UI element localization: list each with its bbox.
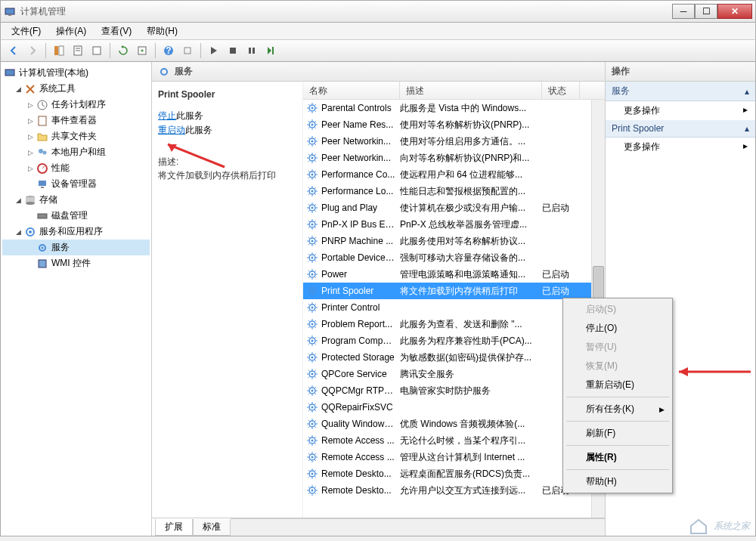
tree-system-tools[interactable]: ◢ 系统工具 — [2, 81, 150, 97]
service-row[interactable]: Protected Storage为敏感数据(如密码)提供保护存... — [303, 349, 605, 366]
computer-icon — [4, 67, 16, 79]
service-row[interactable]: Performance Lo...性能日志和警报根据预配置的... — [303, 183, 605, 199]
action-more-2[interactable]: 更多操作▸ — [606, 138, 755, 156]
help-button[interactable]: ? — [160, 42, 177, 59]
list-body[interactable]: Parental Controls此服务是 Vista 中的 Windows..… — [303, 100, 605, 518]
svg-point-43 — [311, 174, 314, 176]
properties-button[interactable] — [70, 42, 86, 59]
svg-point-33 — [161, 69, 167, 75]
service-desc: 此服务为查看、发送和删除 "... — [400, 318, 542, 331]
service-row[interactable]: Remote Access ...管理从这台计算机到 Internet ... — [303, 449, 605, 465]
tree-task-scheduler[interactable]: ▷任务计划程序 — [2, 97, 150, 113]
tree-event-viewer[interactable]: ▷事件查看器 — [2, 113, 150, 128]
restart-button[interactable] — [262, 42, 279, 59]
ctx-restart[interactable]: 重新启动(E) — [565, 376, 671, 394]
service-row[interactable]: QQRepairFixSVC — [303, 399, 605, 416]
tree-shared-folders[interactable]: ▷共享文件夹 — [2, 128, 150, 144]
service-row[interactable]: QQPCMgr RTP S...电脑管家实时防护服务 — [303, 382, 605, 399]
svg-rect-7 — [93, 47, 101, 54]
tab-extended[interactable]: 扩展 — [155, 519, 193, 536]
gear-icon — [306, 484, 318, 496]
actions-header: 操作 — [606, 62, 755, 82]
col-name[interactable]: 名称 — [303, 82, 400, 99]
collapse-icon[interactable]: ◢ — [14, 85, 23, 93]
restart-service-link[interactable]: 重启动 — [158, 125, 185, 135]
service-row[interactable]: Peer Networkin...向对等名称解析协议(PNRP)和... — [303, 150, 605, 166]
app-icon — [4, 5, 16, 17]
service-row[interactable]: Printer Control — [303, 299, 605, 316]
service-row[interactable]: Peer Networkin...使用对等分组启用多方通信。... — [303, 133, 605, 150]
watermark: 系统之家 — [688, 515, 750, 536]
expand-icon[interactable]: ▷ — [26, 132, 35, 141]
ctx-help[interactable]: 帮助(H) — [565, 472, 671, 491]
service-row[interactable]: Problem Report...此服务为查看、发送和删除 "... — [303, 316, 605, 332]
refresh-button[interactable] — [115, 42, 132, 59]
collapse-icon[interactable]: ◢ — [14, 196, 23, 204]
tree-performance[interactable]: ▷性能 — [2, 160, 150, 176]
service-row[interactable]: Program Compa...此服务为程序兼容性助手(PCA)... — [303, 332, 605, 349]
svg-rect-13 — [249, 48, 251, 54]
tree-services-apps[interactable]: ◢服务和应用程序 — [2, 224, 150, 240]
ctx-all-tasks[interactable]: 所有任务(K)▶ — [565, 400, 671, 419]
tree-local-users[interactable]: ▷本地用户和组 — [2, 144, 150, 160]
tree-disk-mgmt[interactable]: 磁盘管理 — [2, 208, 150, 224]
action-more-1[interactable]: 更多操作▸ — [606, 101, 755, 120]
service-row[interactable]: Remote Deskto...允许用户以交互方式连接到远...已启动 — [303, 482, 605, 499]
action-section-services[interactable]: 服务▴ — [606, 82, 755, 101]
service-row[interactable]: Plug and Play使计算机在极少或没有用户输...已启动 — [303, 199, 605, 216]
menu-help[interactable]: 帮助(H) — [139, 23, 185, 39]
menu-action[interactable]: 操作(A) — [48, 23, 94, 39]
close-button[interactable]: ✕ — [717, 4, 752, 19]
tree-root[interactable]: 计算机管理(本地) — [2, 65, 150, 81]
service-row[interactable]: Parental Controls此服务是 Vista 中的 Windows..… — [303, 100, 605, 116]
export-list-button[interactable] — [134, 42, 150, 59]
svg-rect-18 — [39, 116, 46, 125]
service-name: Protected Storage — [321, 352, 400, 363]
play-button[interactable] — [206, 42, 222, 59]
forward-button[interactable] — [24, 42, 41, 59]
maximize-button[interactable]: ☐ — [695, 4, 717, 19]
menu-file[interactable]: 文件(F) — [4, 23, 48, 39]
export-button[interactable] — [88, 42, 105, 59]
menu-view[interactable]: 查看(V) — [94, 23, 139, 39]
service-row[interactable]: PnP-X IP Bus En...PnP-X 总线枚举器服务管理虚... — [303, 216, 605, 233]
tree-storage[interactable]: ◢存储 — [2, 192, 150, 208]
show-hide-tree-button[interactable] — [51, 42, 67, 59]
service-row[interactable]: QPCore Service腾讯安全服务 — [303, 366, 605, 382]
service-row[interactable]: Quality Windows...优质 Windows 音频视频体验(... — [303, 416, 605, 432]
service-name: Performance Lo... — [321, 186, 400, 196]
unknown-button[interactable] — [179, 42, 196, 59]
svg-point-31 — [42, 246, 44, 249]
tree-services[interactable]: 服务 — [2, 240, 150, 255]
svg-text:?: ? — [166, 45, 171, 56]
back-button[interactable] — [5, 42, 22, 59]
tab-standard[interactable]: 标准 — [193, 519, 231, 536]
service-row[interactable]: Portable Device ...强制可移动大容量存储设备的... — [303, 249, 605, 266]
clock-icon — [36, 99, 48, 111]
action-section-printspooler[interactable]: Print Spooler▴ — [606, 120, 755, 138]
pause-button[interactable] — [243, 42, 260, 59]
ctx-refresh[interactable]: 刷新(F) — [565, 424, 671, 443]
expand-icon[interactable]: ▷ — [26, 148, 35, 156]
service-row[interactable]: PNRP Machine ...此服务使用对等名称解析协议... — [303, 233, 605, 249]
tree-wmi[interactable]: WMI 控件 — [2, 255, 150, 271]
ctx-stop[interactable]: 停止(O) — [565, 319, 671, 338]
tree-device-manager[interactable]: 设备管理器 — [2, 176, 150, 192]
service-row[interactable]: Print Spooler将文件加载到内存供稍后打印已启动 — [303, 283, 605, 299]
service-row[interactable]: Peer Name Res...使用对等名称解析协议(PNRP)... — [303, 116, 605, 133]
stop-service-link[interactable]: 停止 — [158, 110, 176, 121]
col-desc[interactable]: 描述 — [400, 82, 542, 99]
col-status[interactable]: 状态 — [542, 82, 580, 99]
stop-button[interactable] — [225, 42, 241, 59]
expand-icon[interactable]: ▷ — [26, 116, 35, 125]
collapse-icon[interactable]: ◢ — [14, 227, 23, 236]
gear-icon — [306, 451, 318, 463]
service-row[interactable]: Remote Access ...无论什么时候，当某个程序引... — [303, 432, 605, 449]
expand-icon[interactable]: ▷ — [26, 100, 35, 109]
minimize-button[interactable]: ─ — [672, 4, 695, 19]
service-row[interactable]: Performance Co...使远程用户和 64 位进程能够... — [303, 166, 605, 183]
service-row[interactable]: Power管理电源策略和电源策略通知...已启动 — [303, 266, 605, 283]
ctx-properties[interactable]: 属性(R) — [565, 448, 671, 467]
service-row[interactable]: Remote Deskto...远程桌面配置服务(RDCS)负责... — [303, 465, 605, 482]
expand-icon[interactable]: ▷ — [26, 164, 35, 172]
